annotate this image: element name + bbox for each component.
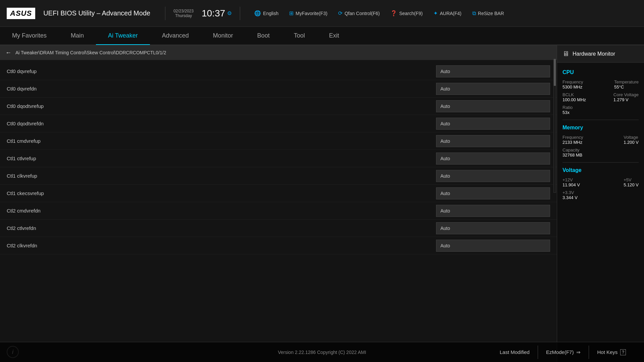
value-box-ctl0-dqodtvrefdn[interactable]: Auto (436, 118, 550, 130)
nav-ai-tweaker[interactable]: Ai Tweaker (96, 27, 150, 45)
myfavorite-tool[interactable]: ⊞ MyFavorite(F3) (286, 9, 330, 18)
memory-frequency-label: Frequency (562, 135, 583, 140)
value-box-ctl1-ctlvrefup[interactable]: Auto (436, 153, 550, 165)
search-tool[interactable]: ❓ Search(F9) (388, 9, 425, 18)
setting-value-ctl2-clkvrefdn[interactable]: Auto (436, 240, 550, 252)
aura-tool[interactable]: ✦ AURA(F4) (431, 9, 464, 18)
setting-row-ctl0-dqodtvrefup: Ctl0 dqodtvrefup Auto (0, 98, 557, 115)
cpu-ratio-value: 53x (562, 110, 573, 115)
main-area: ← Ai Tweaker\DRAM Timing Control\Skew Co… (0, 45, 644, 362)
value-box-ctl0-dqvrefup[interactable]: Auto (436, 65, 550, 77)
cpu-core-voltage-value: 1.279 V (613, 97, 639, 102)
english-tool[interactable]: 🌐 English (252, 9, 281, 18)
day-label: Thursday (175, 13, 192, 18)
resize-icon: ⧉ (472, 10, 476, 16)
cpu-ratio-row: Ratio 53x (562, 105, 639, 115)
version-text: Version 2.22.1286 Copyright (C) 2022 AMI (278, 350, 366, 355)
back-button[interactable]: ← (5, 49, 11, 56)
hotkeys-icon: ? (620, 349, 626, 355)
voltage-12v-label: +12V (562, 177, 580, 182)
setting-row-ctl2-clkvrefdn: Ctl2 clkvrefdn Auto (0, 237, 557, 254)
time-value: 10:37 (202, 8, 225, 19)
setting-row-ctl1-clkvrefup: Ctl1 clkvrefup Auto (0, 167, 557, 185)
value-box-ctl0-dqodtvrefup[interactable]: Auto (436, 100, 550, 112)
setting-row-ctl1-ctlvrefup: Ctl1 ctlvrefup Auto (0, 150, 557, 167)
voltage-5v-label: +5V (624, 177, 639, 182)
memory-voltage-value: 1.200 V (624, 140, 639, 145)
question-icon: ❓ (390, 10, 397, 16)
setting-value-ctl1-cmdvrefup[interactable]: Auto (436, 135, 550, 147)
setting-value-ctl2-ctlvrefdn[interactable]: Auto (436, 222, 550, 234)
divider2 (240, 7, 240, 20)
qfan-tool[interactable]: ⟳ Qfan Control(F6) (335, 9, 382, 18)
setting-value-ctl0-dqvrefdn[interactable]: Auto (436, 83, 550, 95)
nav-exit[interactable]: Exit (317, 27, 351, 45)
gear-icon[interactable]: ⚙ (227, 10, 232, 16)
setting-value-ctl1-clkvrefup[interactable]: Auto (436, 170, 550, 182)
fan-icon: ⟳ (338, 10, 342, 16)
scrollbar[interactable] (553, 59, 556, 193)
bios-title: UEFI BIOS Utility – Advanced Mode (43, 9, 150, 17)
value-box-ctl1-cmdvrefup[interactable]: Auto (436, 135, 550, 147)
hardware-monitor-panel: 🖥 Hardware Monitor CPU Frequency 5300 MH… (557, 45, 644, 362)
main-nav: My Favorites Main Ai Tweaker Advanced Mo… (0, 27, 644, 45)
nav-boot[interactable]: Boot (245, 27, 282, 45)
setting-label-ctl1-cmdvrefup: Ctl1 cmdvrefup (7, 138, 436, 144)
nav-main[interactable]: Main (59, 27, 96, 45)
cpu-bclk-value: 100.00 MHz (562, 97, 586, 102)
cpu-core-voltage-label: Core Voltage (613, 92, 639, 97)
setting-row-ctl2-ctlvrefdn: Ctl2 ctlvrefdn Auto (0, 220, 557, 237)
value-box-ctl0-dqvrefdn[interactable]: Auto (436, 83, 550, 95)
cpu-section-title: CPU (562, 69, 639, 75)
nav-tool[interactable]: Tool (282, 27, 317, 45)
scroll-thumb[interactable] (554, 59, 556, 86)
top-tools: 🌐 English ⊞ MyFavorite(F3) ⟳ Qfan Contro… (252, 9, 637, 18)
setting-value-ctl0-dqodtvrefup[interactable]: Auto (436, 100, 550, 112)
myfavorite-label: MyFavorite(F3) (296, 11, 327, 16)
setting-label-ctl0-dqodtvrefdn: Ctl0 dqodtvrefdn (7, 121, 436, 126)
setting-value-ctl0-dqvrefup[interactable]: Auto (436, 65, 550, 77)
hot-keys-button[interactable]: Hot Keys ? (589, 346, 634, 359)
bottom-bar: Version 2.22.1286 Copyright (C) 2022 AMI… (0, 342, 644, 362)
star-icon: ⊞ (289, 10, 293, 16)
resize-tool[interactable]: ⧉ ReSize BAR (470, 9, 507, 18)
voltage-33v-label: +3.3V (562, 190, 578, 195)
hw-divider-1 (562, 120, 639, 120)
voltage-section-title: Voltage (562, 167, 639, 173)
cpu-frequency-value: 5300 MHz (562, 84, 583, 89)
setting-label-ctl1-clkvrefup: Ctl1 clkvrefup (7, 173, 436, 179)
setting-value-ctl1-ckecsvrefup[interactable]: Auto (436, 187, 550, 199)
cpu-temperature-value: 55°C (614, 84, 639, 89)
ez-mode-label: EzMode(F7) (546, 349, 574, 355)
last-modified-button[interactable]: Last Modified (492, 346, 538, 359)
ez-mode-button[interactable]: EzMode(F7) ⇒ (538, 346, 589, 359)
voltage-12v-row: +12V 11.904 V +5V 5.120 V (562, 177, 639, 187)
setting-value-ctl2-cmdvrefdn[interactable]: Auto (436, 205, 550, 217)
nav-monitor[interactable]: Monitor (201, 27, 245, 45)
last-modified-label: Last Modified (500, 349, 530, 355)
english-label: English (263, 11, 278, 16)
value-box-ctl2-clkvrefdn[interactable]: Auto (436, 240, 550, 252)
qfan-label: Qfan Control(F6) (344, 11, 380, 16)
setting-label-ctl0-dqvrefup: Ctl0 dqvrefup (7, 68, 436, 74)
memory-capacity-label: Capacity (562, 147, 582, 153)
nav-my-favorites[interactable]: My Favorites (0, 27, 59, 45)
memory-capacity-value: 32768 MB (562, 153, 582, 158)
value-box-ctl2-cmdvrefdn[interactable]: Auto (436, 205, 550, 217)
value-box-ctl1-clkvrefup[interactable]: Auto (436, 170, 550, 182)
breadcrumb-text: Ai Tweaker\DRAM Timing Control\Skew Cont… (15, 50, 166, 55)
voltage-12v-value: 11.904 V (562, 182, 580, 187)
top-bar: ASUS UEFI BIOS Utility – Advanced Mode 0… (0, 0, 644, 27)
asus-logo: ASUS (7, 8, 35, 19)
settings-list: Ctl0 dqvrefup Auto Ctl0 dqvrefdn Auto Ct… (0, 60, 557, 342)
hw-monitor-title: Hardware Monitor (573, 51, 615, 57)
setting-value-ctl0-dqodtvrefdn[interactable]: Auto (436, 118, 550, 130)
voltage-5v-value: 5.120 V (624, 182, 639, 187)
cpu-ratio-label: Ratio (562, 105, 573, 110)
value-box-ctl1-ckecsvrefup[interactable]: Auto (436, 187, 550, 199)
nav-advanced[interactable]: Advanced (150, 27, 201, 45)
setting-row-ctl2-cmdvrefdn: Ctl2 cmdvrefdn Auto (0, 202, 557, 220)
value-box-ctl2-ctlvrefdn[interactable]: Auto (436, 222, 550, 234)
setting-value-ctl1-ctlvrefup[interactable]: Auto (436, 153, 550, 165)
setting-row-ctl0-dqodtvrefdn: Ctl0 dqodtvrefdn Auto (0, 115, 557, 132)
